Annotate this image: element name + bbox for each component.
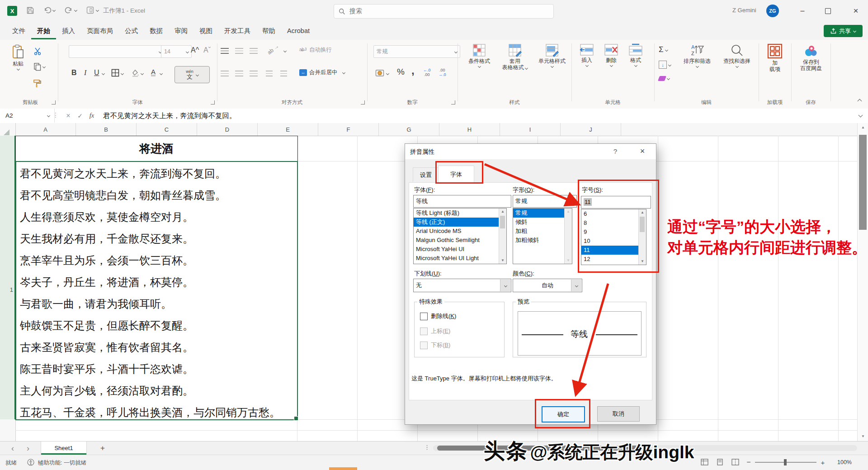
format-painter-icon[interactable]	[33, 79, 42, 88]
decrease-indent-icon[interactable]	[266, 71, 273, 76]
column-header[interactable]: F	[318, 123, 379, 136]
quickaccess-dropdown-icon[interactable]	[96, 9, 99, 12]
accessibility-status[interactable]: 辅助功能: 一切就绪	[38, 459, 86, 467]
style-list-scrollbar[interactable]: ▲▼	[564, 209, 572, 264]
ok-button[interactable]: 确定	[542, 406, 585, 423]
cell-styles-button[interactable]: 单元格样式	[533, 43, 571, 67]
excel-logo-icon[interactable]: X	[7, 6, 17, 16]
paste-dropdown-icon[interactable]	[16, 67, 19, 71]
font-style-option[interactable]: 常规	[513, 209, 572, 218]
paste-button[interactable]: 粘贴	[6, 44, 30, 70]
color-dropdown-icon[interactable]	[571, 280, 581, 291]
scroll-up-icon[interactable]: ▲	[858, 124, 868, 131]
cancel-entry-icon[interactable]: ×	[62, 109, 74, 122]
prev-sheet-icon[interactable]: ‹	[6, 442, 19, 454]
font-color-icon[interactable]: A	[151, 68, 156, 76]
touch-mode-button[interactable]	[86, 6, 99, 14]
borders-icon[interactable]	[111, 69, 119, 77]
align-right-icon[interactable]	[250, 71, 258, 76]
font-style-option[interactable]: 倾斜	[513, 218, 572, 227]
clear-button[interactable]	[659, 76, 670, 81]
delete-cells-button[interactable]: 删除	[599, 43, 623, 66]
undo-dropdown-icon[interactable]	[52, 9, 56, 12]
page-break-view-icon[interactable]	[731, 459, 739, 465]
ribbon-tab[interactable]: Acrobat	[281, 22, 316, 39]
font-family-input[interactable]: 等线	[413, 195, 511, 208]
align-middle-icon[interactable]	[235, 48, 243, 54]
column-header[interactable]: J	[561, 123, 621, 136]
ribbon-tab[interactable]: 公式	[119, 22, 144, 39]
expand-formula-bar-icon[interactable]	[859, 113, 863, 118]
font-size-option[interactable]: 6	[581, 209, 646, 218]
column-header[interactable]: C	[137, 123, 197, 136]
column-header[interactable]: B	[76, 123, 137, 136]
font-size-input[interactable]: 11	[581, 196, 651, 209]
font-family-list[interactable]: ▲▼ 等线 Light (标题)等线 (正文)Arial Unicode MSM…	[413, 208, 507, 264]
column-header[interactable]: D	[197, 123, 258, 136]
underline-dropdown-icon[interactable]	[500, 280, 510, 291]
font-size-combo[interactable]: 14	[161, 45, 192, 58]
addins-button[interactable]: 加载项	[761, 43, 788, 72]
size-list-scrollbar[interactable]: ▲▼	[638, 209, 646, 265]
font-dialog-launcher[interactable]	[211, 100, 215, 104]
insert-function-icon[interactable]: fx	[86, 109, 98, 122]
font-style-option[interactable]: 加粗倾斜	[513, 236, 572, 245]
underline-button[interactable]: U	[94, 69, 99, 77]
close-button[interactable]: ×	[844, 0, 867, 22]
cut-icon[interactable]	[33, 47, 42, 55]
ribbon-tab[interactable]: 帮助	[256, 22, 281, 39]
ribbon-tab[interactable]: 数据	[144, 22, 169, 39]
undo-button[interactable]	[43, 6, 55, 14]
color-combo[interactable]: 自动	[513, 279, 582, 292]
avatar[interactable]: ZG	[766, 5, 779, 17]
font-family-option[interactable]: Malgun Gothic Semilight	[414, 236, 506, 245]
next-sheet-icon[interactable]: ›	[22, 442, 34, 454]
autosum-button[interactable]: Σ	[659, 45, 668, 54]
number-dialog-launcher[interactable]	[451, 100, 455, 104]
ribbon-tab[interactable]: 视图	[193, 22, 218, 39]
confirm-entry-icon[interactable]: ✓	[74, 109, 86, 122]
dialog-tab-font[interactable]: 字体	[438, 166, 474, 183]
scroll-down-icon[interactable]: ▼	[858, 433, 868, 440]
fill-color-dropdown-icon[interactable]	[141, 72, 144, 75]
font-size-option[interactable]: 8	[581, 218, 646, 228]
formula-content[interactable]: 君不见黄河之水天上来，奔流到海不复回。	[103, 111, 236, 121]
share-button[interactable]: 共享	[824, 25, 863, 37]
save-icon[interactable]	[26, 6, 34, 14]
insert-cells-button[interactable]: 插入	[575, 43, 599, 66]
font-style-input[interactable]: 常规	[513, 195, 577, 208]
clipboard-dialog-launcher[interactable]	[52, 100, 56, 104]
orientation-dropdown-icon[interactable]	[283, 49, 287, 52]
zoom-out-button[interactable]: −	[744, 458, 753, 467]
italic-button[interactable]: I	[84, 69, 86, 77]
font-family-option[interactable]: Microsoft YaHei UI Light	[414, 254, 506, 263]
font-style-option[interactable]: 加粗	[513, 227, 572, 236]
font-style-list[interactable]: ▲▼ 常规倾斜加粗加粗倾斜	[513, 208, 572, 264]
find-select-button[interactable]: 查找和选择	[717, 43, 756, 67]
underline-combo[interactable]: 无	[413, 279, 511, 292]
minimize-button[interactable]: –	[792, 0, 813, 22]
cell-a1-title[interactable]: 将进酒	[15, 136, 297, 161]
copy-button[interactable]	[33, 62, 45, 71]
zoom-in-button[interactable]: +	[818, 458, 827, 467]
dialog-close-button[interactable]: ×	[633, 144, 651, 158]
decrease-decimal-button[interactable]: .00→.0	[439, 68, 446, 77]
font-name-combo[interactable]	[69, 45, 165, 58]
sort-filter-button[interactable]: AZ 排序和筛选	[678, 43, 717, 67]
select-all-corner[interactable]	[4, 129, 9, 135]
font-size-list[interactable]: ▲▼ 689101112	[581, 209, 646, 265]
font-family-option[interactable]: Arial Unicode MS	[414, 227, 506, 236]
vertical-scrollbar-thumb[interactable]	[859, 135, 867, 230]
underline-dropdown-icon[interactable]	[102, 72, 105, 75]
row-header-1[interactable]: 1	[10, 286, 13, 293]
normal-view-icon[interactable]	[701, 459, 708, 465]
increase-indent-icon[interactable]	[280, 71, 287, 76]
page-layout-view-icon[interactable]	[716, 459, 724, 465]
increase-decimal-button[interactable]: ←.0.00	[423, 68, 431, 77]
align-center-icon[interactable]	[235, 71, 243, 76]
conditional-formatting-button[interactable]: 条件格式	[462, 43, 496, 67]
font-list-scrollbar[interactable]: ▲▼	[499, 209, 506, 264]
accounting-format-icon[interactable]	[375, 69, 384, 78]
format-as-table-button[interactable]: 套用表格格式	[497, 43, 533, 71]
column-header[interactable]: E	[258, 123, 318, 136]
